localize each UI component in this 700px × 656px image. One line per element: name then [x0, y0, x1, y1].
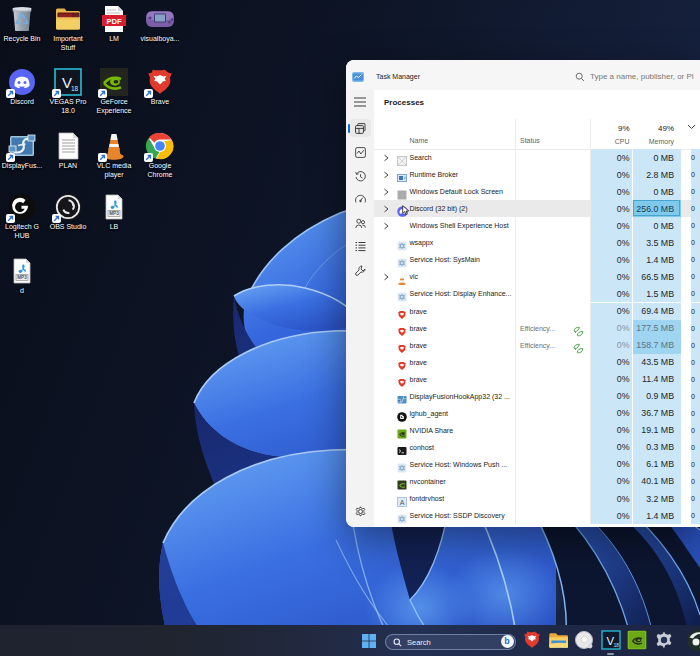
svg-text:MP3: MP3: [109, 211, 119, 216]
svg-text:A: A: [400, 499, 405, 506]
svg-text:MP3: MP3: [17, 275, 27, 280]
svg-text:PDF: PDF: [107, 17, 122, 26]
svg-text:18: 18: [71, 85, 79, 92]
svg-text:18: 18: [614, 643, 620, 648]
